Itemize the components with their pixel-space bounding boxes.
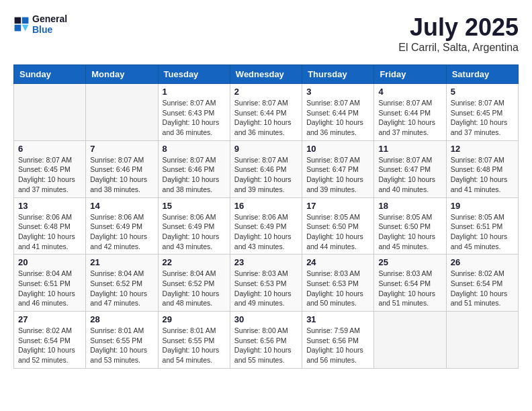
day-number: 14 bbox=[90, 201, 153, 211]
calendar-cell: 29Sunrise: 8:01 AM Sunset: 6:55 PM Dayli… bbox=[158, 312, 230, 369]
day-info: Sunrise: 8:07 AM Sunset: 6:43 PM Dayligh… bbox=[163, 98, 226, 138]
day-info: Sunrise: 8:05 AM Sunset: 6:50 PM Dayligh… bbox=[378, 212, 441, 252]
calendar-cell: 8Sunrise: 8:07 AM Sunset: 6:46 PM Daylig… bbox=[158, 140, 230, 197]
day-info: Sunrise: 8:00 AM Sunset: 6:56 PM Dayligh… bbox=[234, 326, 298, 365]
day-number: 13 bbox=[18, 201, 81, 211]
day-info: Sunrise: 8:03 AM Sunset: 6:53 PM Dayligh… bbox=[306, 269, 369, 308]
weekday-header: Tuesday bbox=[158, 65, 230, 84]
day-number: 8 bbox=[163, 144, 226, 154]
calendar-cell: 1Sunrise: 8:07 AM Sunset: 6:43 PM Daylig… bbox=[158, 84, 230, 141]
calendar-cell: 21Sunrise: 8:04 AM Sunset: 6:52 PM Dayli… bbox=[86, 255, 158, 312]
day-number: 5 bbox=[451, 87, 514, 97]
calendar-cell: 19Sunrise: 8:05 AM Sunset: 6:51 PM Dayli… bbox=[446, 197, 518, 255]
day-info: Sunrise: 8:03 AM Sunset: 6:54 PM Dayligh… bbox=[378, 269, 441, 308]
day-number: 7 bbox=[90, 144, 153, 154]
day-number: 9 bbox=[234, 144, 298, 154]
page-header: General Blue July 2025 El Carril, Salta,… bbox=[13, 13, 519, 54]
day-info: Sunrise: 8:07 AM Sunset: 6:47 PM Dayligh… bbox=[378, 155, 441, 195]
calendar-cell: 12Sunrise: 8:07 AM Sunset: 6:48 PM Dayli… bbox=[446, 140, 518, 197]
calendar-cell: 26Sunrise: 8:02 AM Sunset: 6:54 PM Dayli… bbox=[446, 255, 518, 312]
logo-general-text: General bbox=[32, 13, 67, 24]
day-number: 19 bbox=[451, 201, 514, 211]
calendar-cell bbox=[446, 312, 518, 369]
calendar-cell: 10Sunrise: 8:07 AM Sunset: 6:47 PM Dayli… bbox=[302, 140, 374, 197]
calendar-cell: 25Sunrise: 8:03 AM Sunset: 6:54 PM Dayli… bbox=[374, 255, 446, 312]
calendar-cell: 9Sunrise: 8:07 AM Sunset: 6:46 PM Daylig… bbox=[230, 140, 302, 197]
day-info: Sunrise: 8:01 AM Sunset: 6:55 PM Dayligh… bbox=[90, 326, 153, 365]
day-info: Sunrise: 8:07 AM Sunset: 6:44 PM Dayligh… bbox=[306, 98, 369, 138]
weekday-header: Sunday bbox=[14, 65, 86, 84]
day-info: Sunrise: 8:04 AM Sunset: 6:52 PM Dayligh… bbox=[163, 269, 226, 308]
calendar-cell: 30Sunrise: 8:00 AM Sunset: 6:56 PM Dayli… bbox=[230, 312, 302, 369]
day-number: 1 bbox=[163, 87, 226, 97]
title-block: July 2025 El Carril, Salta, Argentina bbox=[398, 13, 519, 54]
calendar-cell: 13Sunrise: 8:06 AM Sunset: 6:48 PM Dayli… bbox=[14, 197, 86, 255]
day-number: 21 bbox=[90, 257, 153, 267]
logo-icon bbox=[13, 16, 30, 32]
day-info: Sunrise: 8:06 AM Sunset: 6:48 PM Dayligh… bbox=[18, 212, 81, 252]
day-info: Sunrise: 8:05 AM Sunset: 6:50 PM Dayligh… bbox=[306, 212, 369, 252]
day-number: 31 bbox=[306, 314, 369, 324]
day-info: Sunrise: 8:07 AM Sunset: 6:44 PM Dayligh… bbox=[378, 98, 441, 138]
day-info: Sunrise: 7:59 AM Sunset: 6:56 PM Dayligh… bbox=[306, 326, 369, 365]
day-number: 22 bbox=[163, 257, 226, 267]
calendar-header-row: SundayMondayTuesdayWednesdayThursdayFrid… bbox=[14, 65, 519, 84]
calendar-cell: 3Sunrise: 8:07 AM Sunset: 6:44 PM Daylig… bbox=[302, 84, 374, 141]
calendar-cell bbox=[374, 312, 446, 369]
calendar-cell: 27Sunrise: 8:02 AM Sunset: 6:54 PM Dayli… bbox=[14, 312, 86, 369]
calendar-week-row: 13Sunrise: 8:06 AM Sunset: 6:48 PM Dayli… bbox=[14, 197, 519, 255]
day-info: Sunrise: 8:07 AM Sunset: 6:45 PM Dayligh… bbox=[451, 98, 514, 138]
day-number: 26 bbox=[451, 257, 514, 267]
day-info: Sunrise: 8:07 AM Sunset: 6:46 PM Dayligh… bbox=[90, 155, 153, 195]
calendar-cell: 4Sunrise: 8:07 AM Sunset: 6:44 PM Daylig… bbox=[374, 84, 446, 141]
calendar-cell: 22Sunrise: 8:04 AM Sunset: 6:52 PM Dayli… bbox=[158, 255, 230, 312]
calendar-cell: 17Sunrise: 8:05 AM Sunset: 6:50 PM Dayli… bbox=[302, 197, 374, 255]
calendar-week-row: 20Sunrise: 8:04 AM Sunset: 6:51 PM Dayli… bbox=[14, 255, 519, 312]
day-info: Sunrise: 8:07 AM Sunset: 6:44 PM Dayligh… bbox=[234, 98, 298, 138]
weekday-header: Friday bbox=[374, 65, 446, 84]
day-info: Sunrise: 8:02 AM Sunset: 6:54 PM Dayligh… bbox=[18, 326, 81, 365]
day-info: Sunrise: 8:04 AM Sunset: 6:51 PM Dayligh… bbox=[18, 269, 81, 308]
day-number: 27 bbox=[18, 314, 81, 324]
day-number: 18 bbox=[378, 201, 441, 211]
calendar-cell: 6Sunrise: 8:07 AM Sunset: 6:45 PM Daylig… bbox=[14, 140, 86, 197]
day-info: Sunrise: 8:01 AM Sunset: 6:55 PM Dayligh… bbox=[163, 326, 226, 365]
day-number: 28 bbox=[90, 314, 153, 324]
day-info: Sunrise: 8:07 AM Sunset: 6:46 PM Dayligh… bbox=[163, 155, 226, 195]
calendar-cell: 16Sunrise: 8:06 AM Sunset: 6:49 PM Dayli… bbox=[230, 197, 302, 255]
calendar-cell: 5Sunrise: 8:07 AM Sunset: 6:45 PM Daylig… bbox=[446, 84, 518, 141]
calendar-week-row: 6Sunrise: 8:07 AM Sunset: 6:45 PM Daylig… bbox=[14, 140, 519, 197]
calendar-subtitle: El Carril, Salta, Argentina bbox=[398, 42, 519, 54]
day-number: 10 bbox=[306, 144, 369, 154]
day-number: 23 bbox=[234, 257, 298, 267]
svg-rect-3 bbox=[15, 25, 21, 32]
day-info: Sunrise: 8:06 AM Sunset: 6:49 PM Dayligh… bbox=[234, 212, 298, 252]
day-number: 25 bbox=[378, 257, 441, 267]
day-info: Sunrise: 8:06 AM Sunset: 6:49 PM Dayligh… bbox=[163, 212, 226, 252]
day-number: 3 bbox=[306, 87, 369, 97]
day-info: Sunrise: 8:07 AM Sunset: 6:48 PM Dayligh… bbox=[451, 155, 514, 195]
day-number: 11 bbox=[378, 144, 441, 154]
calendar-cell: 7Sunrise: 8:07 AM Sunset: 6:46 PM Daylig… bbox=[86, 140, 158, 197]
day-info: Sunrise: 8:07 AM Sunset: 6:46 PM Dayligh… bbox=[234, 155, 298, 195]
logo: General Blue bbox=[13, 13, 67, 35]
calendar-cell: 2Sunrise: 8:07 AM Sunset: 6:44 PM Daylig… bbox=[230, 84, 302, 141]
calendar-week-row: 27Sunrise: 8:02 AM Sunset: 6:54 PM Dayli… bbox=[14, 312, 519, 369]
weekday-header: Wednesday bbox=[230, 65, 302, 84]
weekday-header: Thursday bbox=[302, 65, 374, 84]
day-number: 30 bbox=[234, 314, 298, 324]
day-info: Sunrise: 8:07 AM Sunset: 6:45 PM Dayligh… bbox=[18, 155, 81, 195]
day-number: 20 bbox=[18, 257, 81, 267]
day-number: 29 bbox=[163, 314, 226, 324]
calendar-cell: 18Sunrise: 8:05 AM Sunset: 6:50 PM Dayli… bbox=[374, 197, 446, 255]
calendar-title: July 2025 bbox=[398, 13, 519, 42]
calendar-cell: 11Sunrise: 8:07 AM Sunset: 6:47 PM Dayli… bbox=[374, 140, 446, 197]
calendar-week-row: 1Sunrise: 8:07 AM Sunset: 6:43 PM Daylig… bbox=[14, 84, 519, 141]
calendar-cell bbox=[86, 84, 158, 141]
day-number: 16 bbox=[234, 201, 298, 211]
weekday-header: Monday bbox=[86, 65, 158, 84]
calendar-cell: 31Sunrise: 7:59 AM Sunset: 6:56 PM Dayli… bbox=[302, 312, 374, 369]
day-number: 6 bbox=[18, 144, 81, 154]
day-info: Sunrise: 8:04 AM Sunset: 6:52 PM Dayligh… bbox=[90, 269, 153, 308]
day-info: Sunrise: 8:06 AM Sunset: 6:49 PM Dayligh… bbox=[90, 212, 153, 252]
